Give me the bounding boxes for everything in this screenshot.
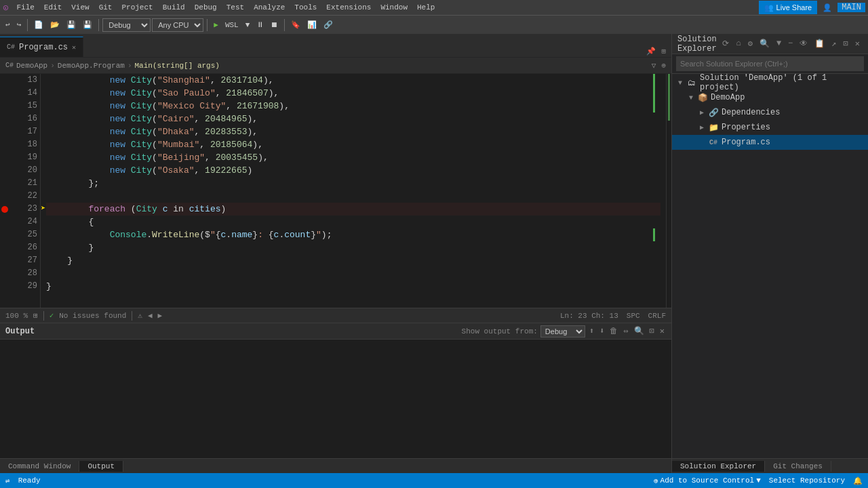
- open-file-icon[interactable]: 📂: [47, 19, 62, 30]
- pause-icon[interactable]: ⏸: [254, 19, 267, 30]
- menu-test[interactable]: Test: [222, 2, 248, 13]
- breadcrumb-method[interactable]: Main(string[] args): [134, 62, 219, 70]
- output-find-icon[interactable]: 🔍: [633, 326, 646, 336]
- se-close-icon[interactable]: ✕: [852, 37, 863, 50]
- notification-icon[interactable]: 🔔: [853, 476, 863, 485]
- output-scroll-top-icon[interactable]: ⬆: [588, 326, 595, 336]
- breadcrumb-class[interactable]: DemoApp.Program: [58, 62, 125, 70]
- remote-icon: ⇌: [5, 476, 10, 485]
- se-search-input[interactable]: [676, 56, 864, 71]
- attach-icon[interactable]: 🔗: [321, 19, 336, 30]
- start-debug-icon[interactable]: ▶: [211, 19, 221, 30]
- breakpoint-dot: [1, 206, 8, 213]
- redo-icon[interactable]: ↪: [14, 19, 24, 30]
- tab-label: Program.cs: [19, 43, 68, 52]
- performance-icon[interactable]: 📊: [304, 19, 319, 30]
- nav-left-icon[interactable]: ◀: [148, 311, 153, 320]
- tree-item-properties[interactable]: ▶ 📁 Properties: [672, 120, 868, 135]
- menu-extensions[interactable]: Extensions: [322, 2, 375, 13]
- menu-project[interactable]: Project: [117, 2, 157, 13]
- change-marker-25: [653, 228, 655, 241]
- pin-icon[interactable]: 📌: [644, 45, 658, 57]
- se-sync-icon[interactable]: ⟳: [719, 37, 732, 50]
- se-filter-icon[interactable]: ▼: [774, 37, 784, 50]
- tab-solution-explorer-bottom[interactable]: Solution Explorer: [672, 461, 765, 472]
- output-clear-icon[interactable]: 🗑: [608, 326, 619, 336]
- remote-indicator[interactable]: ⇌: [5, 476, 10, 485]
- se-properties-icon[interactable]: 📋: [812, 37, 827, 50]
- menu-build[interactable]: Build: [159, 2, 189, 13]
- code-editor[interactable]: 13 14 15 16 17 18 19 20 21 22 23 24 25 2…: [0, 74, 671, 308]
- breadcrumb-project[interactable]: DemoApp: [16, 62, 47, 70]
- code-lines[interactable]: new City("Shanghai", 26317104), new City…: [41, 74, 671, 308]
- save-all-icon[interactable]: 💾: [80, 19, 95, 30]
- output-close-icon[interactable]: ✕: [658, 326, 666, 336]
- se-expand-icon[interactable]: ⊡: [841, 37, 851, 50]
- bookmark-icon[interactable]: 🔖: [288, 19, 303, 30]
- se-home-icon[interactable]: ⌂: [733, 37, 743, 50]
- platform-dropdown[interactable]: Any CPU x64 x86: [152, 18, 203, 32]
- output-expand-icon[interactable]: ⊡: [648, 326, 656, 336]
- solution-expand-icon[interactable]: ▼: [675, 79, 686, 87]
- start-label: WSL: [222, 20, 241, 30]
- dependencies-expand-icon[interactable]: ▶: [696, 108, 707, 117]
- undo-icon[interactable]: ↩: [3, 19, 13, 30]
- issues-count[interactable]: No issues found: [59, 312, 126, 320]
- tree-item-dependencies[interactable]: ▶ 🔗 Dependencies: [672, 105, 868, 120]
- se-settings-icon[interactable]: ⚙: [745, 37, 755, 50]
- tab-close-icon[interactable]: ✕: [72, 43, 76, 52]
- menu-help[interactable]: Help: [413, 2, 439, 13]
- add-source-control-item[interactable]: ⊕ Add to Source Control ▼: [654, 476, 761, 485]
- warning-icon[interactable]: ⚠: [138, 311, 142, 320]
- tab-program-cs[interactable]: C# Program.cs ✕: [0, 37, 83, 57]
- zoom-level[interactable]: 100 %: [5, 312, 28, 320]
- toolbar-sep-4: [284, 19, 285, 31]
- start-dropdown-icon[interactable]: ▼: [243, 20, 253, 30]
- stop-icon[interactable]: ⏹: [268, 19, 281, 30]
- menu-git[interactable]: Git: [95, 2, 117, 13]
- output-source-dropdown[interactable]: Debug Build General: [540, 325, 585, 338]
- tab-command-window[interactable]: Command Window: [0, 461, 79, 472]
- menu-view[interactable]: View: [67, 2, 93, 13]
- code-line-29: }: [46, 280, 660, 293]
- tree-item-demoapp[interactable]: ▼ 📦 DemoApp: [672, 90, 868, 105]
- properties-expand-icon[interactable]: ▶: [696, 123, 707, 131]
- output-scroll-bottom-icon[interactable]: ⬇: [598, 326, 606, 336]
- menu-edit[interactable]: Edit: [40, 2, 66, 13]
- source-control-dropdown-icon: ▼: [756, 476, 761, 485]
- live-share-button[interactable]: 👥 Live Share: [759, 1, 818, 14]
- se-show-all-icon[interactable]: 👁: [797, 37, 810, 50]
- new-file-icon[interactable]: 📄: [31, 19, 46, 30]
- output-wrap-icon[interactable]: ⇔: [622, 326, 629, 336]
- tree-item-solution[interactable]: ▼ 🗂 Solution 'DemoApp' (1 of 1 project): [672, 75, 868, 90]
- toolbar: ↩ ↪ 📄 📂 💾 💾 Debug Release Any CPU x64 x8…: [0, 15, 868, 34]
- fit-icon[interactable]: ⊞: [33, 311, 38, 320]
- select-repository-item[interactable]: Select Repository: [769, 476, 845, 485]
- project-icon: 📦: [696, 93, 709, 103]
- nav-right-icon[interactable]: ▶: [158, 311, 163, 320]
- project-label: DemoApp: [711, 93, 745, 102]
- add-panel-icon[interactable]: ⊕: [661, 61, 666, 70]
- split-editor-icon[interactable]: ⊞: [658, 45, 669, 57]
- collapse-icon[interactable]: ▽: [652, 61, 656, 70]
- tab-output[interactable]: Output: [79, 461, 123, 472]
- git-status[interactable]: Ready: [18, 476, 41, 485]
- menu-window[interactable]: Window: [376, 2, 412, 13]
- se-collapse-icon[interactable]: −: [785, 37, 795, 50]
- save-icon[interactable]: 💾: [64, 19, 79, 30]
- menu-tools[interactable]: Tools: [290, 2, 321, 13]
- code-line-16: new City("Cairo", 20484965),: [46, 113, 660, 125]
- menu-file[interactable]: File: [12, 2, 38, 13]
- project-expand-icon[interactable]: ▼: [686, 94, 696, 102]
- debug-config-dropdown[interactable]: Debug Release: [102, 18, 151, 32]
- vs-icon[interactable]: ⊙: [3, 2, 8, 14]
- se-preview-icon[interactable]: ↗: [829, 37, 839, 50]
- menu-analyze[interactable]: Analyze: [250, 2, 289, 13]
- menu-debug[interactable]: Debug: [191, 2, 221, 13]
- minimap-scrollbar[interactable]: [666, 74, 671, 308]
- user-icon[interactable]: 👤: [818, 3, 836, 12]
- tree-item-programcs[interactable]: ▶ C# Program.cs: [672, 135, 868, 150]
- se-search-icon[interactable]: 🔍: [757, 37, 772, 50]
- tab-git-changes[interactable]: Git Changes: [765, 461, 831, 472]
- code-text-area[interactable]: new City("Shanghai", 26317104), new City…: [41, 74, 671, 293]
